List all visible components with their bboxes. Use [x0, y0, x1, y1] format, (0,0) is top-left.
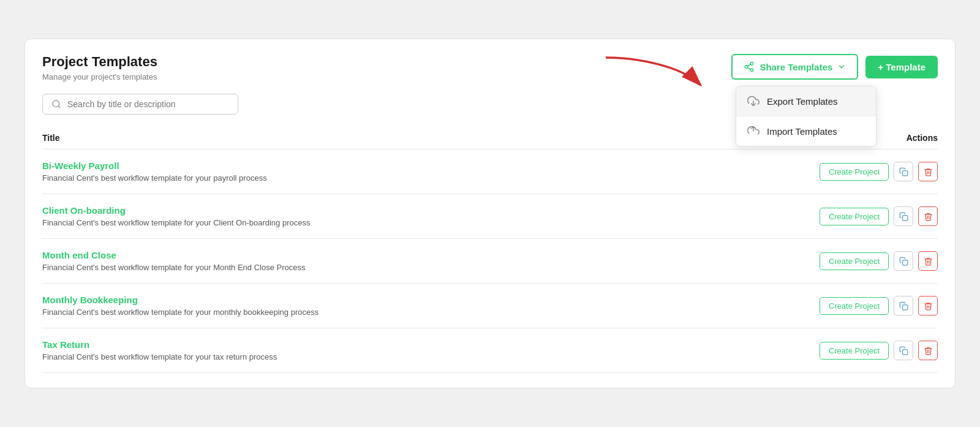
- template-info: Month end Close Financial Cent's best wo…: [42, 250, 306, 272]
- page-title: Project Templates: [42, 54, 157, 70]
- svg-rect-14: [902, 349, 907, 354]
- add-template-button[interactable]: + Template: [865, 56, 938, 78]
- header-actions: Share Templates + Template: [731, 54, 938, 80]
- import-templates-label: Import Templates: [767, 126, 837, 137]
- template-desc: Financial Cent's best workflow template …: [42, 263, 306, 272]
- svg-rect-13: [902, 304, 907, 309]
- template-name: Month end Close: [42, 250, 306, 260]
- copy-icon: [899, 257, 908, 266]
- table-row: Client On-boarding Financial Cent's best…: [42, 194, 938, 239]
- template-desc: Financial Cent's best workflow template …: [42, 352, 277, 361]
- template-name: Tax Return: [42, 339, 277, 350]
- copy-icon: [899, 167, 908, 176]
- table-row: Month end Close Financial Cent's best wo…: [42, 239, 938, 284]
- share-icon: [744, 61, 755, 72]
- row-actions: Create Project: [820, 296, 938, 316]
- page-header-text: Project Templates Manage your project's …: [42, 54, 157, 81]
- copy-button[interactable]: [894, 296, 913, 316]
- create-project-button[interactable]: Create Project: [820, 252, 889, 270]
- copy-button[interactable]: [894, 341, 913, 360]
- delete-button[interactable]: [918, 206, 938, 226]
- svg-rect-12: [902, 260, 907, 265]
- trash-icon: [924, 346, 933, 355]
- row-actions: Create Project: [820, 162, 938, 181]
- copy-button[interactable]: [894, 206, 913, 226]
- import-icon: [747, 125, 760, 137]
- svg-line-9: [58, 106, 60, 108]
- create-project-button[interactable]: Create Project: [820, 163, 889, 181]
- delete-button[interactable]: [918, 296, 938, 316]
- table-row: Monthly Bookkeeping Financial Cent's bes…: [42, 284, 938, 328]
- delete-button[interactable]: [918, 251, 938, 271]
- search-icon: [51, 99, 61, 109]
- svg-rect-10: [902, 170, 907, 175]
- share-dropdown-menu: Export Templates Import Templates: [736, 86, 876, 146]
- template-name: Monthly Bookkeeping: [42, 295, 318, 305]
- create-project-button[interactable]: Create Project: [820, 297, 889, 315]
- copy-button[interactable]: [894, 162, 913, 181]
- copy-button[interactable]: [894, 251, 913, 271]
- page-subtitle: Manage your project's templates: [42, 72, 157, 81]
- export-icon: [747, 95, 760, 107]
- template-info: Tax Return Financial Cent's best workflo…: [42, 339, 277, 361]
- share-templates-button[interactable]: Share Templates: [731, 54, 858, 80]
- import-templates-item[interactable]: Import Templates: [736, 116, 876, 146]
- search-wrapper: [42, 94, 238, 115]
- delete-button[interactable]: [918, 341, 938, 360]
- template-info: Client On-boarding Financial Cent's best…: [42, 205, 310, 227]
- row-actions: Create Project: [820, 206, 938, 226]
- copy-icon: [899, 301, 908, 311]
- create-project-button[interactable]: Create Project: [820, 208, 889, 225]
- col-actions-header: Actions: [907, 133, 938, 143]
- template-name: Client On-boarding: [42, 205, 310, 216]
- copy-icon: [899, 212, 908, 221]
- template-info: Monthly Bookkeeping Financial Cent's bes…: [42, 295, 318, 317]
- search-input[interactable]: [67, 99, 229, 109]
- trash-icon: [924, 257, 933, 266]
- table-row: Bi-Weekly Payroll Financial Cent's best …: [42, 149, 938, 194]
- row-actions: Create Project: [820, 251, 938, 271]
- create-project-button[interactable]: Create Project: [820, 342, 889, 360]
- trash-icon: [924, 212, 933, 221]
- page-container: Project Templates Manage your project's …: [12, 26, 968, 401]
- template-desc: Financial Cent's best workflow template …: [42, 218, 310, 227]
- export-templates-label: Export Templates: [767, 96, 838, 107]
- row-actions: Create Project: [820, 341, 938, 360]
- template-info: Bi-Weekly Payroll Financial Cent's best …: [42, 161, 267, 183]
- trash-icon: [924, 301, 933, 311]
- template-desc: Financial Cent's best workflow template …: [42, 173, 267, 183]
- table-row: Tax Return Financial Cent's best workflo…: [42, 328, 938, 373]
- copy-icon: [899, 346, 908, 355]
- svg-line-4: [748, 64, 751, 66]
- delete-button[interactable]: [918, 162, 938, 181]
- header-row: Project Templates Manage your project's …: [42, 54, 938, 81]
- svg-line-3: [748, 67, 751, 69]
- template-name: Bi-Weekly Payroll: [42, 161, 267, 171]
- chevron-down-icon: [837, 62, 846, 71]
- main-card: Project Templates Manage your project's …: [24, 39, 956, 388]
- col-title-header: Title: [42, 133, 60, 143]
- templates-list: Bi-Weekly Payroll Financial Cent's best …: [42, 149, 938, 373]
- trash-icon: [924, 167, 933, 176]
- template-desc: Financial Cent's best workflow template …: [42, 308, 318, 317]
- export-templates-item[interactable]: Export Templates: [736, 86, 876, 116]
- svg-rect-11: [902, 215, 907, 220]
